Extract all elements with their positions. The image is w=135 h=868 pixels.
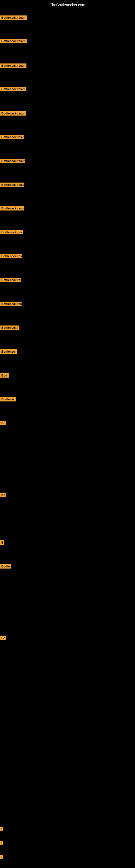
bottleneck-badge-8: Bottleneck result [0, 183, 24, 187]
bottleneck-badge-37: | [0, 855, 3, 859]
bottleneck-badge-2: Bottleneck result [0, 39, 27, 43]
bottleneck-badge-6: Bottleneck resul [0, 135, 24, 139]
site-title: TheBottlenecker.com [0, 1, 135, 8]
bottleneck-badge-7: Bottleneck result [0, 159, 25, 163]
bottleneck-badge-10: Bottleneck resu [0, 230, 23, 235]
bottleneck-badge-3: Bottleneck result [0, 63, 27, 68]
bottleneck-badge-15: Bottlenec [0, 349, 17, 354]
bottleneck-badge-16: Bott [0, 373, 9, 378]
bottleneck-badge-13: Bottleneck resu [0, 302, 21, 306]
bottleneck-badge-14: Bottleneck re [0, 326, 19, 330]
bottleneck-badge-5: Bottleneck result [0, 111, 26, 116]
bottleneck-badge-4: Bottleneck result [0, 87, 26, 91]
bottleneck-badge-9: Bottleneck resul [0, 206, 24, 211]
bottleneck-badge-11: Bottleneck resu [0, 254, 22, 258]
bottleneck-badge-21: Bo [0, 493, 6, 497]
bottleneck-badge-12: Bottleneck res [0, 278, 21, 282]
bottleneck-badge-27: Bo [0, 636, 6, 640]
bottleneck-badge-36: | [0, 841, 3, 845]
bottleneck-badge-24: Bottle [0, 564, 11, 568]
bottleneck-badge-17: Bottlenec [0, 397, 16, 401]
bottleneck-badge-18: Bo [0, 421, 6, 425]
bottleneck-badge-1: Bottleneck result [0, 16, 27, 20]
bottleneck-badge-23: B [0, 540, 4, 545]
bottleneck-badge-35: | [0, 827, 3, 831]
